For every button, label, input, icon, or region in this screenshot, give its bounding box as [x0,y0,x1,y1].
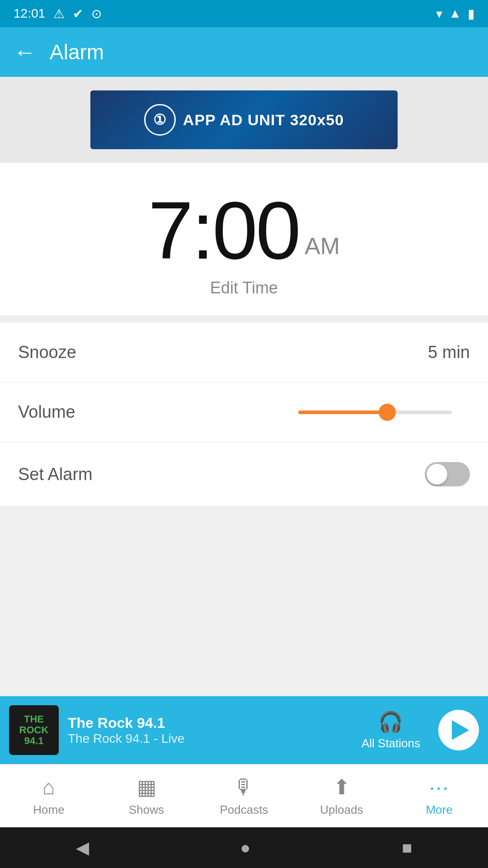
ad-banner[interactable]: ① APP AD UNIT 320x50 [90,90,398,149]
bottom-nav: Home Shows Podcasts Uploads More [0,764,488,827]
shows-icon [137,775,156,799]
station-info: The Rock 94.1 The Rock 94.1 - Live [68,715,352,746]
home-icon [42,775,55,799]
alarm-ampm: AM [305,232,340,259]
set-alarm-label: Set Alarm [18,465,93,484]
set-alarm-toggle[interactable] [425,462,470,486]
nav-label-uploads: Uploads [320,803,363,817]
nav-label-shows: Shows [129,803,164,817]
android-nav: ◀ ● ■ [0,827,488,868]
battery-icon: ▮ [468,6,474,21]
back-button[interactable]: ← [14,39,36,65]
snooze-value: 5 min [428,343,470,362]
ad-logo-text: ① [153,111,166,128]
ad-container: ① APP AD UNIT 320x50 [0,77,488,163]
nav-label-home: Home [33,803,64,817]
nav-item-shows[interactable]: Shows [98,770,195,821]
more-icon [429,775,449,799]
edit-time-button[interactable]: Edit Time [210,278,278,297]
status-bar-left: 12:01 ⚠ ✔ ⊙ [14,6,102,21]
all-stations-label: All Stations [361,736,420,750]
slider-track[interactable] [298,410,452,414]
status-bar-right: ▾ ▲ ▮ [436,6,474,21]
nav-item-home[interactable]: Home [0,770,98,821]
snooze-row[interactable]: Snooze 5 min [0,323,488,382]
set-alarm-row: Set Alarm [0,442,488,507]
main-content: 7:00 AM Edit Time Snooze 5 min Volume Se… [0,163,488,696]
station-logo: THEROCK94.1 [9,705,59,755]
nav-label-more: More [426,803,452,817]
snooze-label: Snooze [18,343,76,362]
ad-logo: ① [144,104,176,136]
alarm-hour: 7:00 [148,190,299,271]
divider-1 [0,316,488,323]
android-back[interactable]: ◀ [76,838,89,858]
all-stations-button[interactable]: 🎧 All Stations [361,710,420,750]
volume-slider[interactable] [298,410,470,414]
alert-icon: ⚠ [53,6,65,21]
volume-label: Volume [18,402,75,422]
nav-item-uploads[interactable]: Uploads [293,770,390,821]
podcasts-icon [234,775,254,799]
android-home[interactable]: ● [240,838,251,858]
settings-section: Snooze 5 min Volume Set Alarm [0,323,488,507]
alarm-time-section: 7:00 AM Edit Time [0,163,488,316]
download-icon: ✔ [73,6,83,21]
status-time: 12:01 [14,6,45,21]
nav-item-more[interactable]: More [390,770,488,821]
play-button[interactable] [438,710,479,750]
top-bar: ← Alarm [0,27,488,77]
uploads-icon [333,775,351,799]
at-icon: ⊙ [91,6,102,21]
nav-item-podcasts[interactable]: Podcasts [195,770,293,821]
toggle-knob [427,464,447,485]
signal-icon: ▲ [449,6,461,21]
android-recent[interactable]: ■ [402,838,413,858]
play-icon [452,720,469,740]
station-logo-text: THEROCK94.1 [19,714,49,747]
wifi-icon: ▾ [436,6,442,21]
headphones-icon: 🎧 [378,710,403,734]
gray-area [0,507,488,696]
page-title: Alarm [50,40,104,64]
slider-thumb[interactable] [379,404,396,421]
status-bar: 12:01 ⚠ ✔ ⊙ ▾ ▲ ▮ [0,0,488,27]
volume-row: Volume [0,382,488,442]
slider-fill [298,410,387,414]
ad-text: APP AD UNIT 320x50 [183,111,344,129]
now-playing-bar: THEROCK94.1 The Rock 94.1 The Rock 94.1 … [0,696,488,764]
station-name: The Rock 94.1 [68,715,352,731]
alarm-time-display: 7:00 AM [148,190,340,271]
station-sub: The Rock 94.1 - Live [68,731,352,746]
nav-label-podcasts: Podcasts [220,803,268,817]
